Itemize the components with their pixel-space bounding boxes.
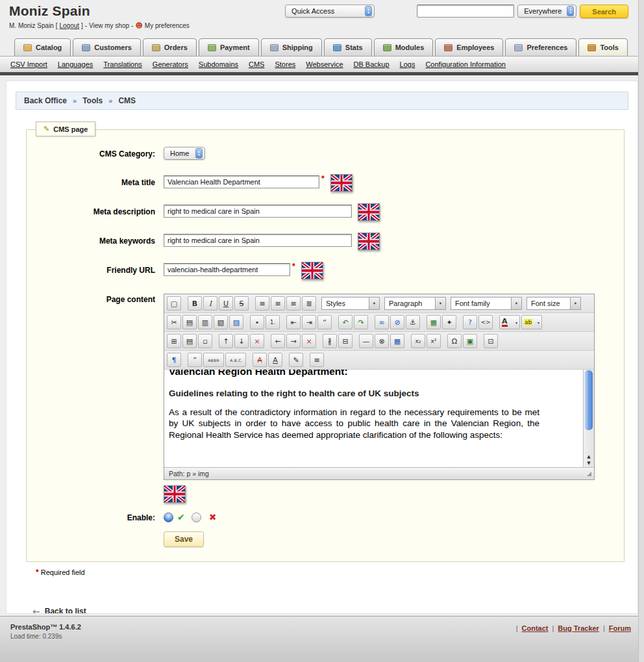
meta-keywords-input[interactable] [164, 234, 352, 247]
undo-button[interactable]: ↶ ▾ [338, 315, 353, 329]
languages-link[interactable]: Languages [58, 60, 93, 68]
uk-flag-icon[interactable] [301, 262, 323, 279]
enable-yes-radio[interactable] [164, 513, 173, 522]
paste-button[interactable]: ▥ ▾ [198, 315, 212, 329]
editor-scrollbar[interactable]: ▲ ▼ [583, 370, 594, 467]
abbreviation-button[interactable]: ABBR ▾ [203, 353, 224, 367]
remove-link-button[interactable]: ⊘ ▾ [390, 315, 404, 329]
font-size-select[interactable]: Font size ▾ [526, 297, 581, 310]
scroll-up-icon[interactable]: ▲ [587, 453, 590, 460]
preferences-tab[interactable]: Preferences [505, 38, 576, 56]
save-button[interactable]: Save [164, 531, 204, 547]
subdomains-link[interactable]: Subdomains [199, 60, 238, 68]
subscript-button[interactable]: x₂ ▾ [411, 334, 425, 348]
indent-button[interactable]: ⇥ ▾ [302, 315, 316, 329]
anchor-button[interactable]: ⚓ ▾ [406, 315, 420, 329]
uk-flag-icon[interactable] [330, 174, 353, 192]
copy-button[interactable]: ▤ ▾ [182, 315, 197, 329]
table-row-properties-button[interactable]: ▤ ▾ [182, 334, 197, 348]
resize-grip-icon[interactable]: ◢ [587, 470, 591, 477]
view-shop-link[interactable]: View my shop [89, 22, 129, 29]
stats-tab[interactable]: Stats [324, 38, 372, 56]
uk-flag-icon[interactable] [358, 203, 380, 221]
payment-tab[interactable]: Payment [199, 38, 259, 56]
enable-no-radio[interactable] [192, 513, 201, 522]
insert-table-button[interactable]: ⊞ ▾ [167, 334, 181, 348]
catalog-tab[interactable]: Catalog [14, 38, 71, 56]
db-backup-link[interactable]: DB Backup [354, 60, 390, 68]
visual-aid-button[interactable]: ▦ ▾ [390, 334, 404, 348]
horizontal-rule-button[interactable]: — ▾ [359, 334, 373, 348]
insert-attributes-button[interactable]: ✎ ▾ [289, 353, 303, 367]
underline-button[interactable]: U ▾ [219, 296, 233, 311]
source-code-button[interactable]: <> ▾ [478, 315, 493, 329]
forum-link[interactable]: Forum [609, 624, 631, 632]
contact-link[interactable]: Contact [522, 624, 549, 632]
customers-tab[interactable]: Customers [73, 38, 140, 56]
strikethrough-button[interactable]: S ▾ [234, 296, 249, 311]
logs-link[interactable]: Logs [400, 60, 415, 68]
orders-tab[interactable]: Orders [143, 38, 197, 56]
align-center-button[interactable]: ≡ ▾ [271, 296, 285, 311]
paragraph-format-select[interactable]: Paragraph ▾ [384, 297, 446, 310]
font-family-select[interactable]: Font family ▾ [451, 297, 522, 310]
modules-tab[interactable]: Modules [374, 38, 434, 56]
insert-template-button[interactable]: ⊡ ▾ [484, 334, 498, 348]
scrollbar-thumb[interactable] [585, 370, 593, 430]
bold-button[interactable]: B ▾ [188, 296, 202, 311]
logout-link[interactable]: Logout [59, 22, 79, 29]
insert-link-button[interactable]: ∞ ▾ [375, 315, 389, 329]
bullet-list-button[interactable]: • ▾ [250, 315, 264, 329]
superscript-button[interactable]: x² ▾ [427, 334, 441, 348]
align-left-button[interactable]: ≡ ▾ [255, 296, 269, 311]
my-preferences-link[interactable]: My preferences [145, 22, 190, 29]
insert-row-after-button[interactable]: ↓ ▾ [234, 334, 249, 348]
friendly-url-input[interactable] [164, 263, 290, 276]
editor-document[interactable]: Valencian Region Health Department: Guid… [164, 370, 539, 440]
table-cell-properties-button[interactable]: ▫ ▾ [198, 334, 212, 348]
style-properties-button[interactable]: ≡ ▾ [310, 353, 324, 367]
blockquote-button[interactable]: “ ▾ [317, 315, 332, 329]
outdent-button[interactable]: ⇤ ▾ [286, 315, 301, 329]
disabled-cross-icon[interactable]: ✖ [209, 512, 217, 522]
shipping-tab[interactable]: Shipping [261, 38, 322, 56]
acronym-button[interactable]: A.B.C ▾ [225, 353, 246, 367]
embed-media-button[interactable]: ▣ ▾ [463, 334, 477, 348]
inserted-text-button[interactable]: A ▾ [268, 353, 282, 367]
numbered-list-button[interactable]: 1. ▾ [266, 315, 280, 329]
delete-column-button[interactable]: × ▾ [302, 334, 316, 348]
breadcrumb-tools[interactable]: Tools [82, 96, 103, 105]
back-to-list-link[interactable]: ← Back to list [32, 606, 86, 614]
delete-row-button[interactable]: × ▾ [250, 334, 264, 348]
bug-tracker-link[interactable]: Bug Tracker [558, 624, 599, 632]
search-button[interactable]: Search [580, 5, 628, 18]
italic-button[interactable]: I ▾ [203, 296, 217, 311]
configuration-information-link[interactable]: Configuration Information [425, 60, 506, 68]
citation-button[interactable]: ” ▾ [188, 353, 202, 367]
insert-image-button[interactable]: ▦ ▾ [427, 315, 441, 329]
remove-formatting-button[interactable]: ⊗ ▾ [375, 334, 389, 348]
scroll-down-icon[interactable]: ▼ [587, 460, 590, 466]
deleted-text-button[interactable]: A ▾ [253, 353, 267, 367]
stores-link[interactable]: Stores [275, 60, 295, 68]
redo-button[interactable]: ↷ ▾ [354, 315, 368, 329]
cleanup-code-button[interactable]: ✦ ▾ [442, 315, 456, 329]
new-document-button[interactable]: ▢ ▾ [167, 296, 181, 311]
meta-description-input[interactable] [164, 205, 352, 218]
uk-flag-icon[interactable] [358, 233, 380, 250]
generators-link[interactable]: Generators [153, 60, 188, 68]
window-scrollbar[interactable] [638, 0, 644, 662]
cut-button[interactable]: ✂ ▾ [167, 315, 181, 329]
editor-content-area[interactable]: Valencian Region Health Department: Guid… [164, 370, 594, 467]
insert-column-before-button[interactable]: ← ▾ [271, 334, 285, 348]
text-color-button[interactable]: A ▾ [499, 315, 520, 329]
uk-flag-icon[interactable] [164, 485, 186, 503]
paste-as-text-button[interactable]: ▧ ▾ [214, 315, 228, 329]
meta-title-input[interactable] [164, 175, 319, 188]
employees-tab[interactable]: Employees [435, 38, 503, 56]
csv-import-link[interactable]: CSV Import [10, 60, 47, 68]
tools-tab[interactable]: Tools [578, 38, 628, 56]
cms-link[interactable]: CMS [249, 60, 264, 68]
align-justify-button[interactable]: ≣ ▾ [302, 296, 316, 311]
webservice-link[interactable]: Webservice [306, 60, 343, 68]
